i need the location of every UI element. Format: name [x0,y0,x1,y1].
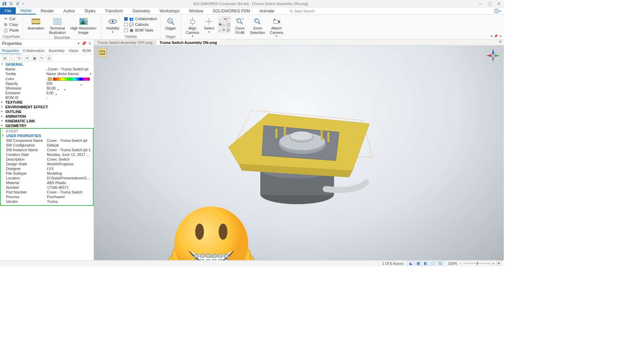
zoom-dropdown-icon[interactable]: ▾ [496,261,501,266]
nav-icon[interactable]: ✈ [222,27,226,33]
doc-tab-on[interactable]: Truma Switch Assembly ON.smg [156,40,221,45]
nav-icon[interactable]: ⟲ [223,17,227,22]
panel-tab-assembly[interactable]: Assembly [47,48,67,54]
prop-row[interactable]: MaterialABS Plastic [1,180,93,185]
prop-row[interactable]: SW Component NameCover - Truma Switch.ip… [1,138,93,143]
panel-tab-bom[interactable]: BOM [80,48,93,54]
tab-author[interactable]: Author [59,7,80,14]
status-icon[interactable]: ⊡ [438,261,443,266]
high-resolution-image-button[interactable]: High Resolution Image [68,16,99,35]
prop-row[interactable]: Design StateWorkInProgress [1,162,93,166]
tab-animate[interactable]: Animate [255,7,279,14]
toolbar-icon[interactable]: ✎ [39,55,44,61]
nav-icon[interactable]: ⌕ [223,22,226,27]
nav-icon[interactable]: ◫ [226,22,230,27]
tab-home[interactable]: Home [16,7,36,14]
section-event[interactable]: EVENT [1,129,93,133]
prop-row[interactable]: SW ConfigurationDefault [1,143,93,148]
tab-window[interactable]: Window [184,7,208,14]
attach-camera-button[interactable]: Attach Camera▾ [268,16,285,38]
toolbar-icon[interactable]: ↕ [9,55,15,61]
prop-row-bomid[interactable]: BOM ID. [0,95,94,100]
tab-workshops[interactable]: Workshops [155,7,184,14]
tab-geometry[interactable]: Geometry [128,7,155,14]
bom-table-toggle[interactable]: ▦BOM Table [123,27,158,33]
nav-icon[interactable]: ↔ [218,17,223,22]
tab-transform[interactable]: Transform [100,7,128,14]
prop-row[interactable]: DesignerLVX [1,166,93,171]
help-menu[interactable]: ? ▾ [491,7,504,14]
technical-illustration-button[interactable]: Technical Illustration [47,16,68,35]
prop-row[interactable]: Part NumberCover - Truma Switch [1,190,93,194]
section-kinematic[interactable]: KINEMATIC LINK [0,119,94,123]
section-texture[interactable]: TEXTURE [0,100,94,105]
digger-button[interactable]: Digger [163,16,178,31]
prop-row[interactable]: VendorTruma [1,199,93,204]
panel-dropdown-icon[interactable]: ▾ [491,34,492,38]
toolbar-icon[interactable]: ↻ [17,55,22,61]
maximize-button[interactable]: ▢ [488,1,492,6]
panel-close-icon[interactable]: ✕ [499,34,502,38]
animation-button[interactable]: Animation [26,16,46,31]
copy-button[interactable]: ⧉Copy [3,22,20,27]
prop-row[interactable]: LocationD:\Data\Presentations\SOLIDW... [1,176,93,180]
minimize-button[interactable]: — [479,1,483,6]
status-icon[interactable]: ◧ [423,261,428,266]
zoom-in-icon[interactable]: + [492,262,494,266]
qat-dropdown-icon[interactable]: ▾ [22,2,24,5]
section-animation[interactable]: ANIMATION [0,114,94,119]
nav-icon[interactable]: ⊡ [226,27,230,33]
prop-row-color[interactable]: Color. [0,76,94,81]
section-user-properties[interactable]: USER PROPERTIES [1,133,93,138]
panel-pin-icon[interactable]: 📌 [494,34,498,38]
section-general[interactable]: GENERAL [0,62,94,67]
section-outline[interactable]: OUTLINE [0,109,94,114]
panel-tab-properties[interactable]: Properties [0,48,21,54]
panel-close-icon[interactable]: ✕ [88,41,92,46]
search-area[interactable]: Start Search [289,7,315,14]
doc-tab-off[interactable]: Truma Switch Assembly OFF.smg [94,40,156,45]
toolbar-icon[interactable]: ⟲ [24,55,30,61]
file-tab[interactable]: File [0,7,16,14]
zoom-fit-all-button[interactable]: Zoom Fit All [232,16,247,35]
status-icon[interactable]: ⬚ [430,261,436,266]
paste-button[interactable]: 📋Paste [3,27,20,33]
cut-button[interactable]: ✂Cut [3,16,20,21]
panel-tab-views[interactable]: Views [67,48,80,54]
toolbar-icon[interactable]: ⊞ [2,55,7,61]
section-env[interactable]: ENVIRONMENT EFFECT [0,105,94,109]
tab-pdm[interactable]: SOLIDWORKS PDM [208,7,255,14]
prop-row[interactable]: DescriptionCover, Switch [1,157,93,162]
callouts-toggle[interactable]: 💬Callouts [123,22,158,27]
view-compass[interactable] [485,48,501,64]
prop-row-emission[interactable]: Emission0.00 [0,91,94,95]
zoom-selection-button[interactable]: Zoom Selection [248,16,267,35]
prop-row-tooltip[interactable]: TooltipName (Actor.Name) ▾ [0,71,94,76]
panel-dropdown-icon[interactable]: ▾ [77,41,80,46]
save-icon[interactable] [2,1,7,6]
prop-row[interactable]: File SubtypeModeling [1,171,93,176]
toolbar-icon[interactable]: ▦ [32,55,37,61]
doc-tab-close-icon[interactable]: ✕ [497,40,504,45]
undo-icon[interactable] [9,1,13,6]
prop-row-name[interactable]: Name.Cover - Truma Switch.ipt [0,67,94,71]
tab-render[interactable]: Render [36,7,58,14]
prop-row[interactable]: ProcessPurchased [1,194,93,199]
toolbar-icon[interactable]: ⊡ [46,55,52,61]
prop-row[interactable]: Number17140-46571 [1,185,93,190]
redo-icon[interactable] [15,1,20,6]
prop-row-shininess[interactable]: Shininess30.00 [0,86,94,91]
close-button[interactable]: ✕ [497,1,500,6]
zoom-out-icon[interactable]: − [459,262,461,266]
zoom-slider[interactable] [464,263,490,264]
nav-icon[interactable]: ⟂ [218,27,221,33]
visibility-button[interactable]: Visibility▾ [104,16,121,34]
align-camera-button[interactable]: Align Camera▾ [184,16,201,38]
prop-row[interactable]: Creation DateMonday, June 12, 2017 18 00… [1,152,93,157]
nav-icon[interactable]: ✥ [218,22,222,27]
status-icon[interactable]: ◣ [408,261,414,266]
prop-row[interactable]: SW Instance NameCover - Truma Switch.ipt… [1,148,93,152]
timeline-icon[interactable] [98,48,107,57]
nav-icon[interactable]: ° [228,17,230,22]
viewport-3d[interactable] [94,46,504,260]
